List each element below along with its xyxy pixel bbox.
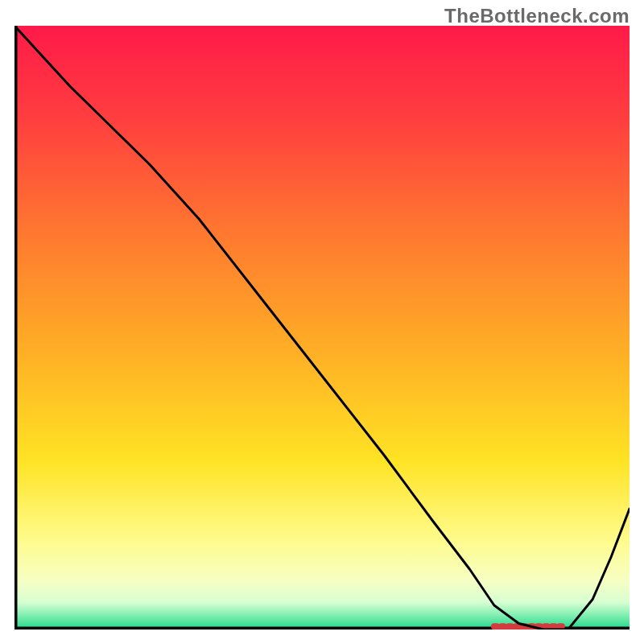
watermark-text: TheBottleneck.com xyxy=(444,5,630,27)
chart-frame: TheBottleneck.com xyxy=(0,0,644,644)
bottleneck-plot xyxy=(14,26,630,630)
chart-svg xyxy=(14,26,630,630)
gradient-background xyxy=(14,26,630,630)
